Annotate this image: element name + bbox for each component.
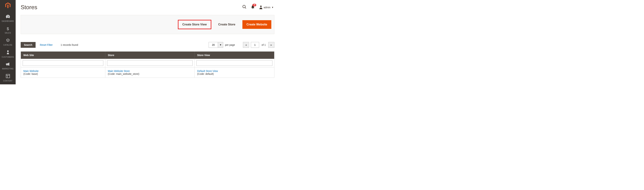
per-page-input[interactable]: [208, 42, 218, 48]
column-header-website[interactable]: Web Site: [21, 52, 105, 59]
magento-logo[interactable]: [4, 2, 12, 9]
website-code: (Code: base): [23, 72, 38, 75]
nav-label: CATALOG: [0, 44, 16, 46]
notifications-badge: 38: [252, 4, 256, 6]
nav-customers[interactable]: CUSTOMERS: [0, 48, 16, 61]
column-header-store-view[interactable]: Store View: [194, 52, 274, 59]
user-menu[interactable]: admin ▼: [259, 6, 274, 9]
nav-dashboard[interactable]: DASHBOARD: [0, 13, 16, 25]
main-content: Stores 38 admin ▼ Create Store View Crea…: [16, 0, 277, 84]
search-icon[interactable]: [242, 5, 246, 10]
grid-toolbar: Search Reset Filter 1 records found ▼ pe…: [21, 42, 274, 48]
notifications-icon[interactable]: 38: [251, 5, 254, 10]
next-page-button[interactable]: ►: [268, 42, 274, 48]
stores-table: Web Site Store Store View Main Website (…: [21, 51, 274, 78]
table-row: Main Website (Code: base) Main Website S…: [21, 67, 274, 78]
store-link[interactable]: Main Website Store: [108, 70, 130, 72]
nav-catalog[interactable]: CATALOG: [0, 36, 16, 48]
records-found-text: 1 records found: [60, 43, 78, 46]
nav-content[interactable]: CONTENT: [0, 72, 16, 84]
user-icon: [259, 6, 262, 9]
create-store-view-button[interactable]: Create Store View: [178, 20, 211, 29]
layout-icon: [0, 74, 16, 79]
nav-label: CONTENT: [0, 80, 16, 82]
header-actions: 38 admin ▼: [242, 5, 274, 10]
store-view-link[interactable]: Default Store View: [197, 70, 218, 72]
page-input[interactable]: [251, 42, 259, 48]
cube-icon: [0, 38, 16, 43]
prev-page-button[interactable]: ◄: [243, 42, 249, 48]
dollar-icon: $: [0, 27, 16, 31]
filter-store-input[interactable]: [107, 60, 192, 66]
person-icon: [0, 50, 16, 55]
nav-label: CUSTOMERS: [0, 56, 16, 58]
column-header-store[interactable]: Store: [105, 52, 194, 59]
create-store-button[interactable]: Create Store: [214, 20, 240, 29]
per-page-dropdown-button[interactable]: ▼: [218, 42, 223, 48]
nav-label: DASHBOARD: [0, 20, 16, 22]
megaphone-icon: [0, 62, 16, 67]
nav-marketing[interactable]: MARKETING: [0, 61, 16, 72]
store-view-code: (Code: default): [197, 72, 214, 75]
reset-filter-link[interactable]: Reset Filter: [40, 43, 53, 46]
create-website-button[interactable]: Create Website: [242, 20, 271, 29]
store-code: (Code: main_website_store): [108, 72, 139, 75]
gauge-icon: [0, 15, 16, 20]
filter-website-input[interactable]: [23, 60, 103, 66]
sidebar: DASHBOARD $ SALES CATALOG CUSTOMERS MARK…: [0, 0, 16, 84]
nav-label: SALES: [0, 32, 16, 34]
user-label: admin: [264, 6, 270, 9]
total-pages-text: of 1: [261, 43, 266, 46]
filter-store-view-input[interactable]: [196, 60, 272, 66]
per-page-label: per page: [225, 43, 235, 46]
action-bar: Create Store View Create Store Create We…: [21, 15, 274, 34]
nav-sales[interactable]: $ SALES: [0, 25, 16, 36]
nav-label: MARKETING: [0, 68, 16, 70]
filter-row: [21, 59, 274, 67]
search-button[interactable]: Search: [21, 42, 36, 48]
chevron-down-icon: ▼: [220, 44, 222, 46]
website-link[interactable]: Main Website: [23, 70, 39, 72]
chevron-down-icon: ▼: [272, 6, 274, 9]
page-title: Stores: [21, 4, 37, 11]
